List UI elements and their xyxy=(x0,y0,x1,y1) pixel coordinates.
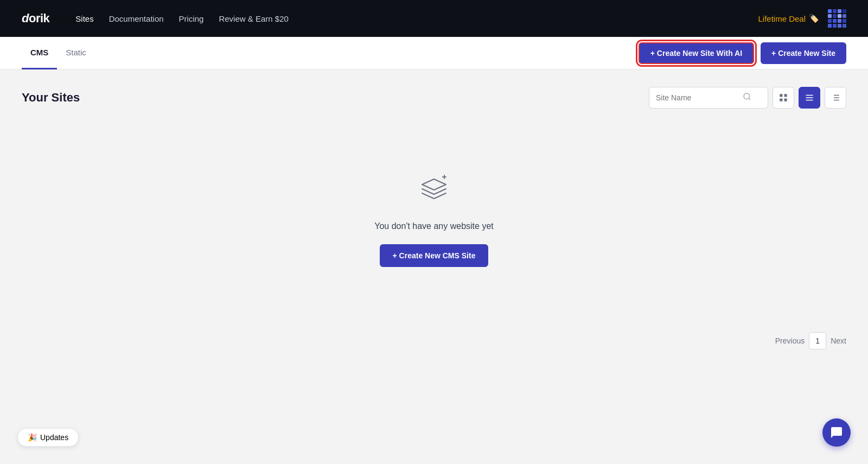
grid-dot-10 xyxy=(838,19,841,23)
page-title: Your Sites xyxy=(22,91,80,105)
svg-rect-8 xyxy=(806,100,813,101)
updates-label: Updates xyxy=(40,433,68,442)
logo: dorik xyxy=(22,11,49,26)
svg-rect-2 xyxy=(780,94,782,97)
pagination-page-1[interactable]: 1 xyxy=(809,332,826,349)
grid-dot-6 xyxy=(838,14,841,18)
nav-pricing[interactable]: Pricing xyxy=(179,14,204,23)
lifetime-deal-link[interactable]: Lifetime Deal 🏷️ xyxy=(758,14,819,23)
main-content: Your Sites xyxy=(0,69,868,367)
create-ai-button[interactable]: + Create New Site With AI xyxy=(639,42,754,64)
grid-apps-icon[interactable] xyxy=(828,9,846,28)
grid-dot-2 xyxy=(838,9,841,13)
search-area xyxy=(649,87,846,109)
grid-dot-14 xyxy=(838,24,841,28)
updates-icon: 🎉 xyxy=(28,433,37,442)
grid-dot-3 xyxy=(843,9,846,13)
grid-dot-15 xyxy=(843,24,846,28)
grid-dot-12 xyxy=(828,24,832,28)
search-icon xyxy=(743,92,751,103)
grid-dot-5 xyxy=(833,14,837,18)
empty-state: You don't have any website yet + Create … xyxy=(22,126,846,300)
svg-rect-4 xyxy=(780,99,782,101)
tab-static[interactable]: Static xyxy=(57,37,95,69)
svg-rect-6 xyxy=(806,95,813,96)
nav-sites[interactable]: Sites xyxy=(75,14,93,23)
svg-point-0 xyxy=(744,93,750,99)
nav-documentation[interactable]: Documentation xyxy=(109,14,164,23)
main-toolbar: Your Sites xyxy=(22,87,846,109)
grid-dot-1 xyxy=(833,9,837,13)
svg-line-1 xyxy=(749,98,750,100)
list-view-button[interactable] xyxy=(799,87,820,109)
search-input[interactable] xyxy=(656,93,743,102)
grid-dot-13 xyxy=(833,24,837,28)
updates-button[interactable]: 🎉 Updates xyxy=(17,428,79,447)
nav-links: Sites Documentation Pricing Review & Ear… xyxy=(75,14,289,23)
grid-dot-11 xyxy=(843,19,846,23)
pagination-next[interactable]: Next xyxy=(831,336,846,345)
tabs: CMS Static xyxy=(22,37,95,69)
pagination: Previous 1 Next xyxy=(22,332,846,349)
svg-rect-3 xyxy=(784,94,787,97)
tab-cms[interactable]: CMS xyxy=(22,37,57,69)
grid-dot-4 xyxy=(828,14,832,18)
grid-view-button[interactable] xyxy=(773,87,794,109)
search-box xyxy=(649,87,768,109)
subheader: CMS Static + Create New Site With AI + C… xyxy=(0,37,868,69)
sort-button[interactable] xyxy=(825,87,846,109)
empty-icon xyxy=(414,169,454,211)
chat-button[interactable] xyxy=(822,418,851,447)
grid-dot-0 xyxy=(828,9,832,13)
pagination-previous[interactable]: Previous xyxy=(775,336,805,345)
create-new-button[interactable]: + Create New Site xyxy=(761,42,846,64)
create-cms-button[interactable]: + Create New CMS Site xyxy=(380,244,489,267)
grid-dot-7 xyxy=(843,14,846,18)
svg-rect-5 xyxy=(784,99,787,101)
grid-dot-8 xyxy=(828,19,832,23)
navbar: dorik Sites Documentation Pricing Review… xyxy=(0,0,868,37)
svg-rect-7 xyxy=(806,97,813,98)
nav-review[interactable]: Review & Earn $20 xyxy=(219,14,288,23)
empty-message: You don't have any website yet xyxy=(374,221,494,231)
nav-right: Lifetime Deal 🏷️ xyxy=(758,9,846,28)
subheader-actions: + Create New Site With AI + Create New S… xyxy=(639,42,846,64)
grid-dot-9 xyxy=(833,19,837,23)
